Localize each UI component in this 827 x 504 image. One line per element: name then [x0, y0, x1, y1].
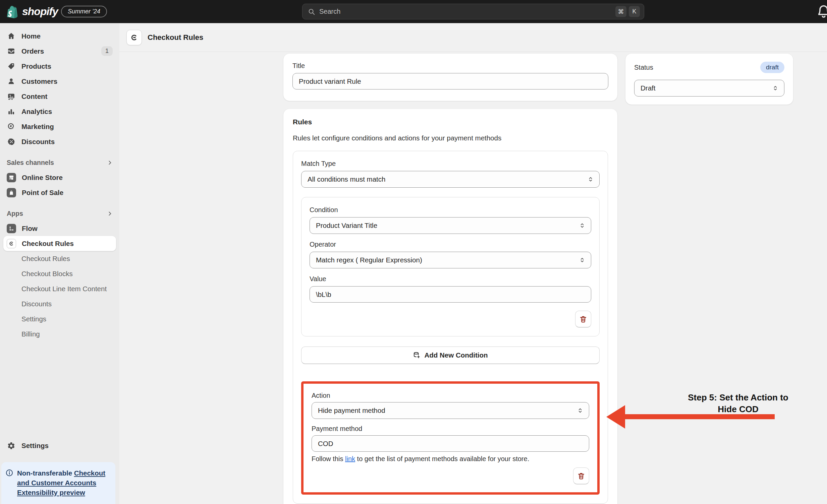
- sidebar-item-home[interactable]: Home: [3, 29, 116, 44]
- subnav-checkout-rules[interactable]: Checkout Rules: [3, 251, 116, 266]
- global-search[interactable]: ⌘ K: [302, 4, 644, 19]
- title-card: Title: [283, 54, 618, 101]
- online-store-icon: [7, 173, 16, 182]
- home-icon: [7, 32, 16, 41]
- shopify-brand[interactable]: shopify: [5, 0, 58, 23]
- trash-icon: [577, 472, 585, 480]
- payment-method-input[interactable]: [311, 435, 589, 452]
- sales-channels-header[interactable]: Sales channels: [3, 156, 116, 169]
- info-icon: [5, 469, 13, 477]
- sidebar-item-content[interactable]: Content: [3, 89, 116, 104]
- page-title: Checkout Rules: [148, 33, 203, 42]
- subnav-checkout-blocks[interactable]: Checkout Blocks: [3, 266, 116, 281]
- match-type-select[interactable]: All conditions must match: [301, 171, 600, 188]
- status-select[interactable]: Draft: [634, 80, 784, 97]
- action-box-highlighted: Action Hide payment method Payment metho…: [301, 381, 600, 495]
- delete-action-button[interactable]: [573, 467, 589, 484]
- sidebar-item-label: Checkout Rules: [22, 240, 74, 248]
- sidebar-item-label: Discounts: [21, 138, 55, 146]
- sidebar-item-label: Marketing: [21, 123, 54, 131]
- sidebar-item-customers[interactable]: Customers: [3, 74, 116, 89]
- payment-method-label: Payment method: [311, 425, 589, 433]
- select-updown-icon: [772, 85, 779, 92]
- payment-method-help: Follow this link to get the list of paym…: [311, 455, 589, 463]
- shopify-wordmark: shopify: [22, 5, 58, 18]
- match-type-label: Match Type: [301, 160, 600, 168]
- cmd-keycap: ⌘: [616, 6, 626, 17]
- status-badge: draft: [760, 62, 784, 73]
- subnav-billing[interactable]: Billing: [3, 326, 116, 341]
- sidebar-item-flow[interactable]: Flow: [3, 221, 116, 236]
- value-label: Value: [309, 275, 591, 283]
- search-input[interactable]: [319, 8, 612, 15]
- sidebar-item-products[interactable]: Products: [3, 59, 116, 74]
- checkout-rules-app-icon: [7, 239, 16, 248]
- apps-header[interactable]: Apps: [3, 207, 116, 220]
- analytics-bars-icon: [7, 107, 16, 116]
- status-select-value: Draft: [640, 84, 655, 92]
- trash-icon: [579, 315, 587, 323]
- products-tag-icon: [7, 62, 16, 71]
- subnav-discounts[interactable]: Discounts: [3, 296, 116, 311]
- add-new-condition-button[interactable]: Add New Condition: [301, 346, 600, 364]
- step-annotation-line2: Hide COD: [673, 403, 804, 415]
- title-input[interactable]: [292, 73, 609, 90]
- subnav-settings[interactable]: Settings: [3, 311, 116, 326]
- rule-group: Match Type All conditions must match Con…: [293, 151, 608, 504]
- sidebar-item-label: Orders: [21, 47, 44, 55]
- search-shortcut: ⌘ K: [616, 6, 640, 17]
- sidebar-item-label: Analytics: [21, 108, 52, 116]
- sidebar-item-marketing[interactable]: Marketing: [3, 119, 116, 134]
- operator-value: Match regex ( Regular Expression): [316, 256, 422, 264]
- action-select[interactable]: Hide payment method: [311, 402, 589, 419]
- sidebar-item-point-of-sale[interactable]: Point of Sale: [3, 185, 116, 200]
- notice-prefix: Non-transferable: [17, 469, 74, 477]
- content-image-icon: [7, 92, 16, 101]
- sidebar-spacer: [0, 341, 119, 438]
- sidebar: Home Orders 1 Products Customers Content…: [0, 23, 119, 504]
- customers-icon: [7, 77, 16, 86]
- flow-app-icon: [7, 224, 16, 233]
- extensibility-notice: Non-transferable Checkout and Customer A…: [1, 462, 115, 504]
- add-condition-icon: [413, 351, 421, 359]
- rules-heading: Rules: [293, 118, 608, 126]
- sidebar-item-label: Content: [21, 93, 47, 101]
- select-updown-icon: [587, 176, 594, 183]
- sidebar-item-label: Products: [21, 62, 51, 70]
- annotation-arrow-head: [606, 405, 625, 429]
- sidebar-item-label: Flow: [22, 225, 38, 233]
- delete-condition-button[interactable]: [575, 311, 591, 327]
- sidebar-item-discounts[interactable]: Discounts: [3, 134, 116, 149]
- payment-methods-link[interactable]: link: [345, 455, 355, 462]
- sidebar-item-label: Customers: [21, 77, 57, 86]
- orders-icon: [7, 47, 16, 56]
- sidebar-item-label: Settings: [21, 442, 49, 450]
- select-updown-icon: [579, 222, 586, 229]
- checkout-rules-page-icon: [127, 30, 142, 45]
- select-updown-icon: [577, 407, 584, 414]
- sidebar-item-label: Point of Sale: [22, 189, 63, 197]
- discounts-icon: [7, 137, 16, 146]
- orders-count-badge: 1: [101, 46, 113, 56]
- select-updown-icon: [579, 257, 586, 263]
- gear-icon: [7, 441, 16, 450]
- sidebar-item-settings[interactable]: Settings: [3, 438, 116, 453]
- sidebar-item-orders[interactable]: Orders 1: [3, 44, 116, 59]
- status-card: Status draft Draft: [625, 54, 793, 105]
- sidebar-item-analytics[interactable]: Analytics: [3, 104, 116, 119]
- sidebar-item-online-store[interactable]: Online Store: [3, 170, 116, 185]
- condition-select[interactable]: Product Variant Title: [309, 217, 591, 234]
- chevron-right-icon: [107, 160, 113, 166]
- sidebar-item-checkout-rules[interactable]: Checkout Rules: [3, 236, 116, 251]
- point-of-sale-icon: [7, 188, 16, 198]
- sidebar-item-label: Home: [21, 32, 41, 40]
- marketing-target-icon: [7, 122, 16, 131]
- action-label: Action: [311, 392, 589, 399]
- match-type-value: All conditions must match: [307, 175, 385, 183]
- add-condition-label: Add New Condition: [424, 351, 488, 359]
- operator-select[interactable]: Match regex ( Regular Expression): [309, 252, 591, 268]
- value-input[interactable]: [309, 286, 591, 302]
- subnav-checkout-line-item-content[interactable]: Checkout Line Item Content: [3, 281, 116, 296]
- sidebar-item-label: Online Store: [22, 174, 63, 182]
- notifications-bell-icon[interactable]: [816, 4, 827, 19]
